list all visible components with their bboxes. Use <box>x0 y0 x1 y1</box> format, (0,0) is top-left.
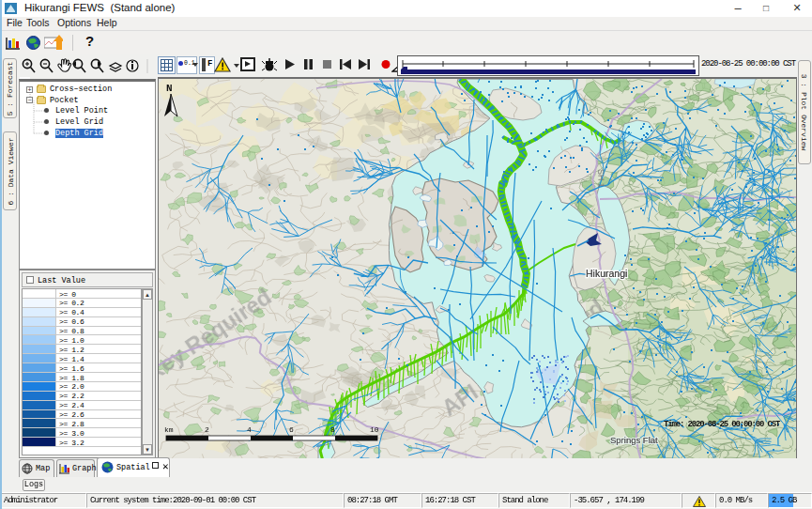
svg-text:SH 1: SH 1 <box>596 169 606 188</box>
svg-text:N: N <box>166 83 173 94</box>
svg-text:8: 8 <box>330 425 335 434</box>
svg-text:6: 6 <box>289 425 294 434</box>
svg-text:10: 10 <box>370 425 379 434</box>
svg-text:2: 2 <box>205 425 209 434</box>
svg-text:Time: 2020-08-25 00:00:00 CST: Time: 2020-08-25 00:00:00 CST <box>664 420 781 429</box>
svg-text:km: km <box>164 425 174 434</box>
svg-text:Springs Flat: Springs Flat <box>610 435 658 445</box>
svg-text:4: 4 <box>247 425 252 434</box>
svg-text:Hikurangi: Hikurangi <box>586 268 627 279</box>
